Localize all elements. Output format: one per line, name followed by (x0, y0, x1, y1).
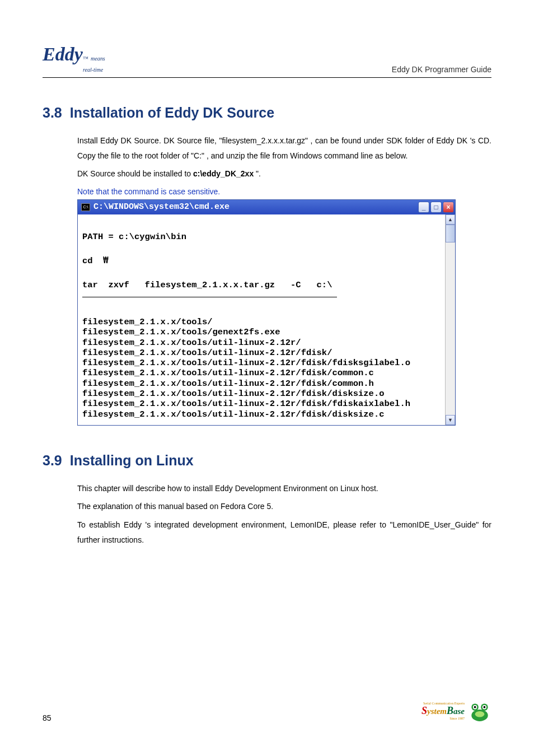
scroll-up-icon[interactable]: ▲ (446, 214, 455, 225)
scrollbar[interactable]: ▲ ▼ (445, 214, 455, 425)
titlebar: C:\ C:\WINDOWS\system32\cmd.exe _ □ × (78, 200, 455, 214)
out-line: filesystem_2.1.x.x/tools/util-linux-2.12… (82, 338, 441, 348)
scroll-track[interactable] (446, 242, 455, 415)
cmd-output: filesystem_2.1.x.x/tools/filesystem_2.1.… (82, 305, 441, 419)
heading-num: 3.8 (43, 105, 62, 120)
scroll-down-icon[interactable]: ▼ (446, 415, 455, 425)
heading-3-8: 3.8Installation of Eddy DK Source (43, 105, 491, 121)
svg-point-7 (475, 711, 485, 717)
paragraph: DK Source should be installed to c:\eddy… (77, 166, 491, 181)
logo-main: Eddy (43, 44, 83, 64)
scroll-thumb[interactable] (446, 225, 455, 242)
heading-text: Installing on Linux (70, 452, 194, 468)
out-line: filesystem_2.1.x.x/tools/util-linux-2.12… (82, 358, 441, 368)
page-number: 85 (43, 713, 51, 722)
heading-3-9: 3.9Installing on Linux (43, 452, 491, 469)
page-header: Eddy™ means real-time Eddy DK Programmer… (43, 45, 491, 78)
paragraph: The explanation of this manual based on … (77, 499, 491, 514)
minimize-button[interactable]: _ (418, 202, 429, 213)
guide-title: Eddy DK Programmer Guide (392, 65, 491, 74)
systembase-logo: Serial Communication Experts SystemBase … (421, 699, 491, 722)
cmd-window: C:\ C:\WINDOWS\system32\cmd.exe _ □ × PA… (77, 199, 456, 426)
out-line: filesystem_2.1.x.x/tools/util-linux-2.12… (82, 348, 441, 358)
brand-since: Since 1987 (421, 717, 465, 720)
out-line: filesystem_2.1.x.x/tools/genext2fs.exe (82, 327, 441, 337)
paragraph: To establish Eddy 's integrated developm… (77, 517, 491, 547)
out-line: filesystem_2.1.x.x/tools/util-linux-2.12… (82, 399, 441, 409)
titlebar-text: C:\WINDOWS\system32\cmd.exe (93, 202, 418, 212)
logo-sub2: real-time (83, 67, 103, 73)
maximize-button[interactable]: □ (430, 202, 442, 213)
heading-num: 3.9 (43, 452, 62, 468)
out-line: filesystem_2.1.x.x/tools/ (82, 317, 441, 327)
logo: Eddy™ means real-time (43, 45, 105, 74)
frog-icon (468, 699, 491, 722)
svg-point-5 (474, 706, 476, 708)
cmd-line: PATH = c:\cygwin\bin (82, 230, 441, 244)
footer: 85 Serial Communication Experts SystemBa… (43, 699, 491, 722)
close-button[interactable]: × (443, 202, 454, 213)
brand-tag: Serial Communication Experts (421, 702, 465, 705)
paragraph: Install Eddy DK Source. DK Source file, … (77, 133, 491, 163)
cmd-icon: C:\ (81, 203, 90, 211)
out-line: filesystem_2.1.x.x/tools/util-linux-2.12… (82, 389, 441, 399)
separator (82, 297, 337, 297)
out-line: filesystem_2.1.x.x/tools/util-linux-2.12… (82, 409, 441, 419)
logo-tm: ™ (83, 55, 88, 62)
cmd-line: tar zxvf filesystem_2.1.x.x.tar.gz -C c:… (82, 278, 441, 292)
paragraph: This chapter will describe how to instal… (77, 481, 491, 496)
svg-point-6 (484, 706, 486, 708)
logo-sub1: means (91, 55, 105, 62)
heading-text: Installation of Eddy DK Source (70, 105, 274, 120)
cmd-line: cd ₩ (82, 254, 441, 268)
cmd-content: PATH = c:\cygwin\bin cd ₩ tar zxvf files… (78, 214, 445, 425)
note: Note that the command is case sensitive. (77, 187, 491, 196)
out-line: filesystem_2.1.x.x/tools/util-linux-2.12… (82, 368, 441, 378)
out-line: filesystem_2.1.x.x/tools/util-linux-2.12… (82, 379, 441, 389)
